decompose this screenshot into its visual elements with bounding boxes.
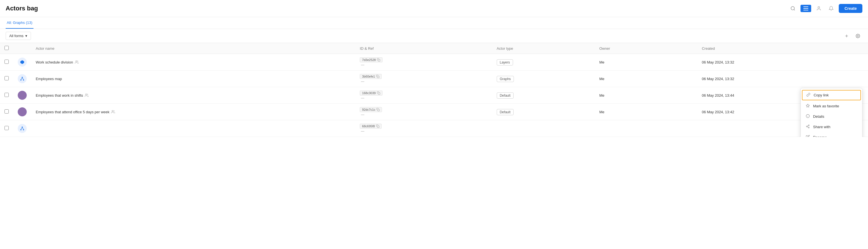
actor-name: Employees map — [36, 77, 62, 81]
row-checkbox-cell[interactable] — [0, 87, 13, 104]
svg-point-8 — [857, 35, 859, 37]
svg-line-15 — [21, 78, 22, 80]
row-checkbox[interactable] — [4, 93, 9, 97]
actor-name-cell — [31, 120, 355, 137]
svg-marker-28 — [806, 104, 809, 107]
menu-label-copy-link: Copy link — [814, 93, 829, 97]
context-menu-item-details[interactable]: Details — [801, 111, 862, 122]
row-checkbox[interactable] — [4, 60, 9, 64]
actor-name: Work schedule division — [36, 60, 73, 64]
table-row[interactable]: Employees map 3b60efe1 — Graphs Me 06 Ma… — [0, 71, 868, 87]
svg-rect-11 — [378, 60, 380, 62]
copy-icon[interactable] — [376, 124, 379, 128]
add-column-button[interactable] — [842, 33, 851, 39]
toolbar: All forms ▾ — [0, 29, 868, 43]
svg-line-1 — [794, 9, 795, 10]
row-checkbox-cell[interactable] — [0, 54, 13, 71]
actor-name-cell: Work schedule division — [31, 54, 355, 71]
settings-button[interactable] — [854, 33, 862, 39]
context-menu-item-mark-favorite[interactable]: Mark as favorite — [801, 101, 862, 111]
created-header: Created — [697, 43, 868, 54]
svg-rect-27 — [377, 126, 379, 128]
all-forms-dropdown[interactable]: All forms ▾ — [6, 32, 31, 40]
menu-icon-details — [805, 114, 810, 119]
row-checkbox-cell[interactable] — [0, 104, 13, 120]
actor-avatar — [18, 124, 27, 133]
actor-name: Employees that attend office 5 days per … — [36, 110, 110, 114]
row-icon-cell — [13, 71, 31, 87]
context-menu-item-share-with[interactable]: Share with — [801, 122, 862, 132]
row-checkbox-cell[interactable] — [0, 71, 13, 87]
tab-all-graphs[interactable]: All: Graphs (13) — [6, 17, 33, 29]
copy-icon[interactable] — [377, 91, 380, 95]
menu-icon-mark-favorite — [805, 104, 810, 108]
table-row[interactable]: Employees that work in shifts 168c3039 —… — [0, 87, 868, 104]
id-badge: 7d3e2528 — [360, 57, 382, 62]
table-row[interactable]: Work schedule division 7d3e2528 — Layers… — [0, 54, 868, 71]
context-menu-item-rename[interactable]: Rename — [801, 132, 862, 137]
created-value: 06 May 2024, 13:32 — [702, 60, 734, 64]
svg-line-36 — [807, 126, 808, 126]
tabs-bar: All: Graphs (13) — [0, 17, 868, 29]
actor-name: Employees that work in shifts — [36, 93, 83, 98]
actor-type-header: Actor type — [492, 43, 595, 54]
context-menu-item-copy-link[interactable]: Copy link — [802, 90, 861, 100]
svg-rect-21 — [378, 109, 380, 111]
actor-avatar — [18, 91, 27, 100]
row-checkbox[interactable] — [4, 126, 9, 130]
row-checkbox[interactable] — [4, 109, 9, 113]
header: Actors bag Create — [0, 0, 868, 17]
owner-cell: Me — [595, 87, 698, 104]
row-checkbox-cell[interactable] — [0, 120, 13, 137]
actor-type-cell — [492, 120, 595, 137]
owner-cell: Me — [595, 54, 698, 71]
svg-line-35 — [807, 127, 808, 127]
id-value: 168c3039 — [362, 91, 375, 95]
svg-point-20 — [112, 110, 113, 112]
hamburger-button[interactable] — [801, 5, 811, 12]
id-ref-cell: 3b60efe1 — — [355, 71, 492, 87]
svg-point-18 — [86, 94, 87, 95]
svg-point-10 — [76, 61, 77, 62]
group-icon — [85, 93, 89, 97]
search-button[interactable] — [788, 5, 798, 12]
copy-icon[interactable] — [377, 58, 380, 62]
row-checkbox[interactable] — [4, 76, 9, 80]
gear-icon — [856, 34, 860, 38]
copy-icon[interactable] — [376, 75, 379, 78]
profile-icon — [816, 6, 821, 11]
table-row[interactable]: 68c695f8 — — [0, 120, 868, 137]
row-icon-cell — [13, 87, 31, 104]
copy-icon[interactable] — [376, 108, 380, 111]
created-value: 06 May 2024, 13:32 — [702, 77, 734, 81]
plus-icon — [844, 34, 849, 38]
context-menu: Copy link Mark as favorite Details Share… — [801, 88, 862, 137]
bell-icon — [829, 6, 834, 11]
actors-table: Actor name ID & Ref Actor type Owner Cre… — [0, 43, 868, 137]
svg-line-25 — [21, 128, 22, 130]
table-header-row: Actor name ID & Ref Actor type Owner Cre… — [0, 43, 868, 54]
profile-button[interactable] — [814, 5, 824, 12]
svg-point-32 — [808, 125, 809, 126]
select-all-checkbox[interactable] — [4, 46, 9, 50]
id-badge: 168c3039 — [360, 91, 382, 96]
menu-icon-share-with — [805, 124, 810, 129]
icon-header — [13, 43, 31, 54]
table-row[interactable]: Employees that attend office 5 days per … — [0, 104, 868, 120]
chevron-down-icon: ▾ — [25, 34, 27, 38]
created-value: 06 May 2024, 13:42 — [702, 110, 734, 114]
select-all-header[interactable] — [0, 43, 13, 54]
id-dash: — — [360, 63, 488, 67]
svg-line-16 — [22, 78, 24, 80]
row-icon-cell — [13, 120, 31, 137]
table-container: Actor name ID & Ref Actor type Owner Cre… — [0, 43, 868, 137]
menu-label-share-with: Share with — [813, 125, 830, 129]
create-button[interactable]: Create — [839, 4, 862, 13]
svg-rect-2 — [803, 6, 808, 7]
owner-header: Owner — [595, 43, 698, 54]
owner-value: Me — [599, 110, 604, 114]
notifications-button[interactable] — [826, 5, 836, 12]
created-cell: 06 May 2024, 13:32 — [697, 54, 868, 71]
id-value: 68c695f8 — [362, 124, 375, 128]
svg-point-5 — [818, 6, 819, 8]
